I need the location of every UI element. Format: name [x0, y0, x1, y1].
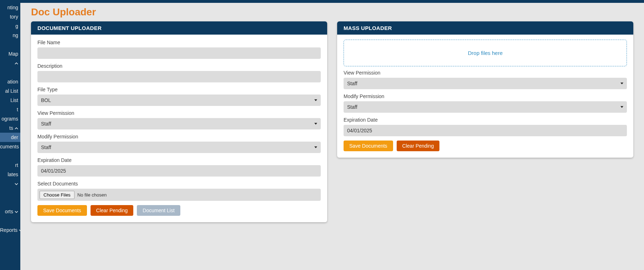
- sidebar-item[interactable]: [0, 58, 20, 68]
- sidebar-item[interactable]: [0, 151, 20, 161]
- document-list-button[interactable]: Document List: [137, 205, 180, 216]
- sidebar-item-label: orts: [5, 209, 13, 214]
- caret-down-icon: [314, 123, 317, 125]
- document-uploader-panel: DOCUMENT UPLOADER File Name Description …: [31, 21, 327, 222]
- sidebar-item-label: Map: [9, 51, 18, 57]
- sidebar-item[interactable]: Reports: [0, 225, 20, 235]
- view-permission-label: View Permission: [37, 110, 321, 116]
- description-input[interactable]: [37, 71, 321, 82]
- sidebar-item[interactable]: tory: [0, 12, 20, 21]
- view-permission-select[interactable]: Staff: [37, 118, 321, 129]
- expiration-input[interactable]: [37, 165, 321, 177]
- sidebar-item[interactable]: ng: [0, 31, 20, 40]
- sidebar-item[interactable]: orts: [0, 207, 20, 216]
- sidebar-item-label: t: [17, 107, 18, 112]
- sidebar-item-label: g: [15, 23, 18, 29]
- sidebar-item-label: der: [11, 134, 18, 140]
- mass-clear-pending-button[interactable]: Clear Pending: [397, 141, 440, 151]
- file-type-value: BOL: [41, 97, 51, 103]
- mass-uploader-header: MASS UPLOADER: [337, 21, 633, 35]
- sidebar-item[interactable]: [0, 216, 20, 225]
- mass-save-documents-button[interactable]: Save Documents: [344, 141, 393, 151]
- dropzone-text: Drop files here: [468, 50, 503, 56]
- mass-view-permission-select[interactable]: Staff: [344, 78, 627, 89]
- clear-pending-button[interactable]: Clear Pending: [91, 205, 134, 216]
- expiration-label: Expiration Date: [37, 157, 321, 163]
- mass-modify-permission-select[interactable]: Staff: [344, 101, 627, 113]
- caret-down-icon: [314, 147, 317, 148]
- sidebar-item-label: Reports: [0, 227, 17, 233]
- sidebar-item-label: ation: [7, 79, 18, 85]
- mass-expiration-input[interactable]: [344, 125, 627, 136]
- sidebar-item-label: tory: [10, 14, 18, 20]
- mass-modify-permission-label: Modify Permission: [344, 93, 627, 99]
- sidebar-item[interactable]: [0, 198, 20, 207]
- sidebar-item-label: rt: [15, 162, 18, 168]
- mass-view-permission-value: Staff: [347, 81, 357, 86]
- sidebar-item[interactable]: al List: [0, 86, 20, 96]
- file-status: No file chosen: [77, 192, 107, 198]
- sidebar-item-label: ograms: [1, 116, 18, 122]
- document-uploader-header: DOCUMENT UPLOADER: [31, 21, 327, 35]
- main-content: Doc Uploader DOCUMENT UPLOADER File Name…: [20, 3, 644, 270]
- sidebar-item[interactable]: ts: [0, 123, 20, 133]
- modify-permission-value: Staff: [41, 144, 51, 150]
- sidebar-item-label: cuments: [0, 144, 19, 149]
- sidebar-item[interactable]: [0, 188, 20, 198]
- sidebar-item[interactable]: lates: [0, 170, 20, 179]
- file-input[interactable]: Choose Files No file chosen: [37, 189, 321, 201]
- mass-view-permission-label: View Permission: [344, 70, 627, 76]
- sidebar-item-label: al List: [5, 88, 18, 94]
- sidebar-item[interactable]: cuments: [0, 142, 20, 151]
- chevron-up-icon: [15, 126, 18, 131]
- mass-modify-permission-value: Staff: [347, 104, 357, 110]
- sidebar-item[interactable]: der: [0, 133, 20, 142]
- sidebar-item[interactable]: rt: [0, 161, 20, 170]
- sidebar-item[interactable]: [0, 68, 20, 77]
- sidebar-item[interactable]: [0, 179, 20, 188]
- mass-uploader-panel: MASS UPLOADER Drop files here View Permi…: [337, 21, 633, 158]
- choose-files-button[interactable]: Choose Files: [40, 191, 74, 199]
- caret-down-icon: [620, 106, 623, 108]
- sidebar-item-label: ts: [9, 125, 13, 131]
- mass-expiration-label: Expiration Date: [344, 117, 627, 123]
- sidebar-item-label: ng: [12, 32, 18, 38]
- file-type-label: File Type: [37, 87, 321, 92]
- sidebar-item[interactable]: ograms: [0, 114, 20, 123]
- chevron-down-icon: [15, 209, 18, 214]
- sidebar: ntingtorygngMapational ListListtogramsts…: [0, 3, 20, 270]
- sidebar-item-label: nting: [7, 5, 18, 10]
- modify-permission-label: Modify Permission: [37, 134, 321, 139]
- file-name-input[interactable]: [37, 47, 321, 59]
- sidebar-item-label: lates: [7, 172, 18, 177]
- sidebar-item[interactable]: ation: [0, 77, 20, 86]
- chevron-down-icon: [15, 182, 18, 187]
- file-type-select[interactable]: BOL: [37, 95, 321, 106]
- page-title: Doc Uploader: [31, 6, 633, 18]
- sidebar-item[interactable]: t: [0, 105, 20, 114]
- caret-down-icon: [620, 83, 623, 85]
- save-documents-button[interactable]: Save Documents: [37, 205, 87, 216]
- sidebar-item[interactable]: g: [0, 21, 20, 31]
- sidebar-item[interactable]: [0, 40, 20, 49]
- sidebar-item[interactable]: Map: [0, 49, 20, 58]
- file-name-label: File Name: [37, 40, 321, 45]
- select-documents-label: Select Documents: [37, 181, 321, 187]
- view-permission-value: Staff: [41, 121, 51, 127]
- dropzone[interactable]: Drop files here: [344, 40, 627, 66]
- description-label: Description: [37, 63, 321, 69]
- sidebar-item-label: List: [10, 97, 18, 103]
- top-bar: [0, 0, 644, 3]
- modify-permission-select[interactable]: Staff: [37, 142, 321, 153]
- caret-down-icon: [314, 100, 317, 101]
- chevron-down-icon: [19, 228, 20, 233]
- sidebar-item[interactable]: List: [0, 96, 20, 105]
- chevron-up-icon: [15, 61, 18, 66]
- sidebar-item[interactable]: nting: [0, 3, 20, 12]
